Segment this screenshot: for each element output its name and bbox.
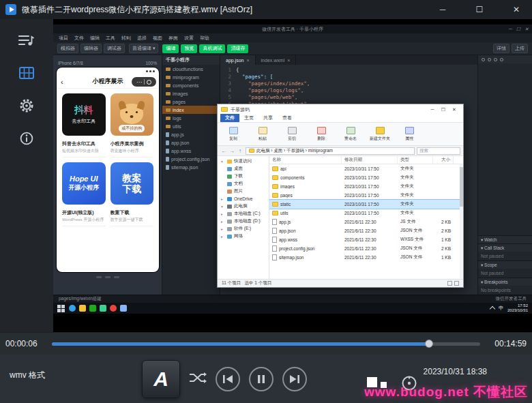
file-row[interactable]: api 2023/10/31 17:50 文件夹 xyxy=(269,164,463,173)
maximize-icon[interactable]: ☐ xyxy=(516,27,520,32)
close-button[interactable]: ✕ xyxy=(501,0,532,19)
info-button[interactable] xyxy=(14,128,39,149)
nav-tree-item[interactable]: ▸ 网络 xyxy=(218,233,269,240)
expand-arrow-icon[interactable]: ▸ xyxy=(221,235,225,239)
nav-tree-item[interactable]: ▸ 本地磁盘 (D:) xyxy=(218,218,269,225)
toolbar-button[interactable]: 预览 xyxy=(181,44,197,53)
nav-tree-item[interactable]: 文档 xyxy=(218,180,269,188)
taskbar-clock[interactable]: 17:52 2023/10/31 xyxy=(507,303,528,312)
tree-item[interactable]: index xyxy=(162,106,220,114)
column-header[interactable]: 名称 xyxy=(269,156,342,164)
file-row[interactable]: sitemap.json 2021/6/11 22:30 JSON 文件 1 K… xyxy=(269,253,463,262)
nav-tree-item[interactable]: 图片 xyxy=(218,188,269,195)
tree-item[interactable]: app.json xyxy=(162,138,220,147)
debugger-toolbar[interactable] xyxy=(478,55,532,63)
menu-item[interactable]: 文件 xyxy=(74,35,84,42)
tree-item[interactable]: project.config.json xyxy=(162,155,220,163)
taskbar-app-icon[interactable] xyxy=(89,305,96,312)
app-tile-douyin[interactable]: 抖料 去水印工具 xyxy=(62,93,106,136)
menu-item[interactable]: 工具 xyxy=(106,35,115,42)
panel-toggle-button[interactable]: 模拟器 xyxy=(57,44,78,53)
back-icon[interactable]: ‹ xyxy=(61,78,63,86)
device-select[interactable]: iPhone 6/7/8 xyxy=(58,61,83,65)
scrollbar[interactable] xyxy=(460,164,463,279)
column-header[interactable]: 类型 xyxy=(398,156,433,164)
debugger-section-title[interactable]: ▾ Call Stack xyxy=(478,244,532,252)
settings-button[interactable] xyxy=(14,95,39,116)
menu-item[interactable]: 转到 xyxy=(121,35,131,42)
player-logo-button[interactable]: A xyxy=(142,360,180,398)
ribbon-tab[interactable]: 主页 xyxy=(239,114,258,122)
nav-tree-item[interactable]: ▸ OneDrive xyxy=(218,195,269,203)
tree-item[interactable]: components xyxy=(162,81,220,89)
ribbon-action-button[interactable]: 粘贴 xyxy=(251,127,274,142)
file-row[interactable]: app.json 2021/6/11 22:30 JSON 文件 2 KB xyxy=(269,226,463,235)
taskbar-app-icon[interactable] xyxy=(100,305,106,312)
taskbar-app-icon[interactable] xyxy=(69,305,76,312)
next-button[interactable] xyxy=(282,367,307,391)
debugger-section[interactable]: ▾ Watch xyxy=(478,235,532,243)
column-header[interactable]: 修改日期 xyxy=(342,156,398,164)
expand-arrow-icon[interactable]: ▸ xyxy=(221,227,225,231)
nav-arrow-icon[interactable]: ← xyxy=(220,148,227,154)
editor-tab[interactable]: app.json × xyxy=(220,55,256,65)
playlist-button[interactable] xyxy=(14,30,39,50)
expand-arrow-icon[interactable]: ▾ xyxy=(221,205,225,209)
debugger-section-title[interactable]: ▾ Scope xyxy=(478,261,532,269)
debugger-section[interactable]: ▾ Scope Not paused xyxy=(478,260,532,278)
explorer-search-box[interactable]: 搜索 xyxy=(417,147,460,155)
tree-item[interactable]: sitemap.json xyxy=(162,163,220,171)
tray-caret-icon[interactable] xyxy=(490,306,495,312)
expand-arrow-icon[interactable]: ▸ xyxy=(221,197,225,201)
menu-item[interactable]: 选择 xyxy=(137,35,147,42)
debugger-section[interactable]: ▾ Call Stack Not paused xyxy=(478,243,532,260)
menu-item[interactable]: 编辑 xyxy=(90,35,100,42)
taskbar-app-icon[interactable] xyxy=(79,305,86,312)
tree-item[interactable]: app.js xyxy=(162,130,220,138)
tree-item[interactable]: pages xyxy=(162,98,220,106)
tree-item[interactable]: images xyxy=(162,89,220,98)
maximize-icon[interactable]: ☐ xyxy=(438,107,449,113)
ribbon-action-button[interactable]: 复制 xyxy=(222,127,245,142)
view-toggle-buttons[interactable] xyxy=(447,281,459,286)
shuffle-button[interactable] xyxy=(189,371,207,387)
close-icon[interactable]: ✕ xyxy=(449,107,460,113)
ribbon-tab[interactable]: 查看 xyxy=(278,114,297,122)
nav-tree-item[interactable]: 桌面 xyxy=(218,165,269,173)
file-row[interactable]: components 2023/10/31 17:50 文件夹 xyxy=(269,173,463,182)
menu-item[interactable]: 帮助 xyxy=(200,35,209,42)
ribbon-action-button[interactable]: 属性 xyxy=(398,127,421,142)
video-display-area[interactable]: 微信开发者工具 · 千慕小程序 ─ ☐ ✕ 项目文件编辑工具转到选择视图界面设置… xyxy=(53,19,532,332)
editor-tab[interactable]: index.wxml × xyxy=(256,55,297,65)
menu-item[interactable]: 界面 xyxy=(168,35,178,42)
menu-item[interactable]: 设置 xyxy=(184,35,194,42)
taskbar-app-icon[interactable] xyxy=(110,305,117,312)
ribbon-action-button[interactable]: 新建文件夹 xyxy=(368,127,391,142)
tree-item[interactable]: utils xyxy=(162,122,220,130)
file-row[interactable]: utils 2023/10/31 17:50 文件夹 xyxy=(269,209,463,218)
file-row[interactable]: app.js 2021/6/11 22:30 JS 文件 2 KB xyxy=(269,218,463,226)
minimize-button[interactable]: ─ xyxy=(427,0,458,19)
ribbon-action-button[interactable]: 重命名 xyxy=(339,127,362,142)
panel-toggle-button[interactable]: 编辑器 xyxy=(80,44,102,53)
toolbar-button[interactable]: 上传 xyxy=(512,44,528,53)
tree-item[interactable]: logs xyxy=(162,114,220,122)
ribbon-tab[interactable]: 共享 xyxy=(258,114,278,122)
debugger-section-title[interactable]: ▾ Watch xyxy=(478,236,532,243)
panel-toggle-button[interactable]: 调试器 xyxy=(104,44,125,53)
ime-indicator[interactable]: 中 xyxy=(499,305,503,312)
minimize-icon[interactable]: ─ xyxy=(509,27,512,31)
menu-item[interactable]: 项目 xyxy=(59,35,68,42)
zoom-select[interactable]: 100% xyxy=(145,61,157,65)
expand-arrow-icon[interactable]: ▾ xyxy=(221,160,225,164)
tree-item[interactable]: cloudfunctions xyxy=(162,65,220,73)
maximize-button[interactable]: ☐ xyxy=(464,0,495,19)
seek-track[interactable] xyxy=(52,342,480,346)
video-library-button[interactable] xyxy=(14,63,39,83)
debugger-section[interactable]: ▾ Breakpoints No breakpoints xyxy=(478,278,532,295)
address-bar[interactable]: 此电脑 › 桌面 › 千慕源码 › miniprogram xyxy=(246,147,415,155)
more-icon[interactable]: ⋯ xyxy=(136,79,142,85)
seek-bar[interactable] xyxy=(52,333,480,355)
nav-tree-item[interactable]: ▸ 本地磁盘 (C:) xyxy=(218,210,269,218)
file-row[interactable]: app.wxss 2021/6/11 22:30 WXSS 文件 1 KB xyxy=(269,235,463,244)
